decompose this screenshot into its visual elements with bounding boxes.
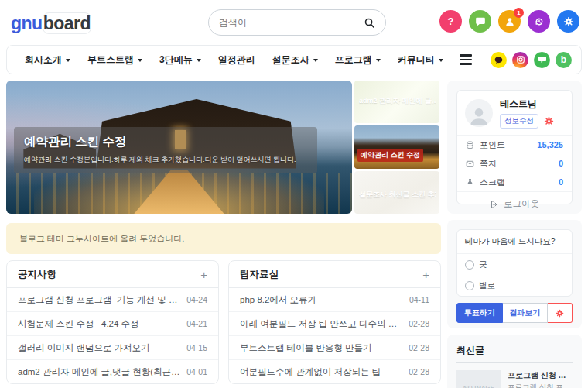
question-icon: ?	[448, 15, 454, 27]
avatar	[465, 99, 493, 127]
board-title-link[interactable]: 공지사항	[18, 268, 56, 281]
thumb-label: 설문조사 최신글 스킨 추가	[359, 190, 436, 200]
slide-description: 예약관리 스킨 수정본입니다.하루 제외 체크 추가했습니다.다운 받아 덮어쓰…	[24, 155, 307, 165]
envelope-icon	[466, 160, 474, 168]
board-header: 팁자료실 +	[229, 261, 440, 288]
post-row[interactable]: 프로그램 신청 프로그램_기능 개선 및 수정04-24	[7, 288, 218, 312]
post-row[interactable]: 갤러리 이미지 랜덤으로 가져오기04-15	[7, 336, 218, 360]
poll-question: 테마가 마음에 드시나요?	[457, 230, 572, 254]
settings-button[interactable]	[557, 10, 579, 33]
latest-post-excerpt: 프로그램 신청 프로그램_…	[508, 383, 573, 388]
carousel-thumb-3[interactable]: 설문조사 최신글 스킨 추가	[354, 171, 439, 214]
nav-item-community[interactable]: 커뮤니티	[389, 53, 452, 67]
help-button[interactable]: ?	[439, 10, 462, 33]
menu-hamburger-button[interactable]	[456, 51, 475, 67]
talk-icon[interactable]	[534, 52, 550, 68]
stat-row-points[interactable]: 포인트 15,325	[457, 136, 572, 154]
gear-icon	[556, 309, 564, 318]
stat-row-messages[interactable]: 쪽지 0	[457, 154, 572, 173]
radio-icon[interactable]	[465, 281, 474, 290]
person-icon	[504, 16, 515, 27]
points-icon	[466, 141, 474, 149]
history-button[interactable]	[528, 10, 550, 33]
latest-posts-panel: 최신글 NO IMAGE 프로그램 신청 프로그램_… 프로그램 신청 프로그램…	[447, 335, 582, 388]
post-row[interactable]: 아래 여분필드 저장 팁 안쓰고 다수의 여분필드…02-28	[229, 312, 440, 336]
chevron-down-icon	[197, 59, 201, 62]
logout-button[interactable]: 로그아웃	[457, 191, 572, 216]
post-row[interactable]: php 8.2에서 오류가04-11	[229, 288, 440, 312]
notification-badge: 1	[514, 8, 524, 18]
nav-item-program[interactable]: 프로그램	[326, 53, 389, 67]
nav-item-3depth-menu[interactable]: 3단메뉴	[151, 53, 210, 67]
thumbtack-icon	[466, 178, 474, 187]
profile-top: 테스트님 정보수정	[457, 91, 572, 136]
post-row[interactable]: 시험문제 스킨 수정_ 4.24 수정04-21	[7, 312, 218, 336]
radio-icon[interactable]	[465, 260, 474, 270]
avatar-person-icon	[467, 104, 491, 127]
search-bar	[208, 9, 386, 36]
nav-item-schedule[interactable]: 일정관리	[210, 53, 264, 67]
poll-settings-button[interactable]	[548, 303, 573, 323]
poll-result-button[interactable]: 결과보기	[503, 303, 549, 323]
poll-panel: 테마가 마음에 드시나요? 굿 별로 투표하기 결과보기	[447, 220, 582, 328]
latest-post-title: 프로그램 신청 프로그램_…	[508, 370, 573, 381]
chat-button[interactable]	[469, 10, 491, 33]
search-submit-button[interactable]	[364, 17, 375, 29]
logout-icon	[490, 200, 499, 209]
vote-button[interactable]: 투표하기	[456, 303, 503, 323]
board-notice: 공지사항 + 프로그램 신청 프로그램_기능 개선 및 수정04-24 시험문제…	[6, 260, 219, 384]
band-icon[interactable]: b	[556, 52, 572, 68]
edit-profile-button[interactable]: 정보수정	[500, 114, 538, 129]
slide-title: 예약관리 스킨 수정	[24, 134, 307, 150]
main-navbar: 회사소개 부트스트랩 3단메뉴 일정관리 설문조사 프로그램 커뮤니티 b	[6, 45, 582, 74]
post-row[interactable]: 부트스트랩 테이블 반응형 만들기02-28	[229, 336, 440, 360]
kakao-icon[interactable]	[491, 52, 507, 68]
poll-option-bad[interactable]: 별로	[457, 275, 572, 296]
board-lists: 공지사항 + 프로그램 신청 프로그램_기능 개선 및 수정04-24 시험문제…	[6, 260, 441, 384]
thumb-label: adm2 관리자 메인에 글,…	[359, 96, 436, 106]
plus-more-icon[interactable]: +	[200, 269, 207, 280]
chevron-down-icon	[439, 59, 443, 62]
history-icon	[534, 16, 545, 27]
logo-part-board: board	[43, 12, 91, 34]
profile-settings-gear-icon[interactable]	[544, 116, 554, 126]
site-logo[interactable]: gnuboard	[11, 13, 91, 34]
chevron-down-icon	[138, 59, 142, 62]
members-button[interactable]: 1	[498, 10, 521, 33]
latest-posts-title: 최신글	[456, 344, 573, 363]
thumb-label: 예약관리 스킨 수정	[357, 149, 423, 162]
slide-caption: 예약관리 스킨 수정 예약관리 스킨 수정본입니다.하루 제외 체크 추가했습니…	[14, 127, 317, 173]
stat-row-scrap[interactable]: 스크랩 0	[457, 173, 572, 191]
search-icon	[364, 17, 375, 29]
profile-name: 테스트님	[500, 98, 554, 111]
notice-bar: 블로그 테마 그누사이트에 올려 두었습니다.	[6, 223, 441, 254]
carousel-thumb-2-active[interactable]: 예약관리 스킨 수정	[354, 125, 439, 168]
logo-part-gnu: gnu	[11, 13, 43, 33]
instagram-icon[interactable]	[512, 52, 528, 68]
carousel-thumb-1[interactable]: adm2 관리자 메인에 글,…	[354, 81, 439, 123]
nav-item-bootstrap[interactable]: 부트스트랩	[79, 53, 151, 67]
nav-social-icons: b	[491, 52, 572, 68]
nav-item-survey[interactable]: 설문조사	[264, 53, 326, 67]
gear-icon	[563, 16, 574, 27]
chat-bubble-icon	[475, 16, 486, 27]
board-header: 공지사항 +	[7, 261, 218, 288]
board-title-link[interactable]: 팁자료실	[240, 268, 279, 281]
notice-link[interactable]: 블로그 테마 그누사이트에 올려 두었습니다.	[19, 233, 184, 245]
plus-more-icon[interactable]: +	[422, 269, 429, 280]
nav-item-company[interactable]: 회사소개	[16, 53, 79, 67]
board-tips: 팁자료실 + php 8.2에서 오류가04-11 아래 여분필드 저장 팁 안…	[228, 260, 441, 384]
search-input[interactable]	[219, 17, 364, 28]
post-row[interactable]: 여분필드수에 관계없이 저장되는 팁02-28	[229, 360, 440, 383]
chevron-down-icon	[376, 59, 381, 62]
latest-post-item[interactable]: NO IMAGE 프로그램 신청 프로그램_… 프로그램 신청 프로그램_… 테…	[456, 370, 573, 388]
carousel-thumbnails: adm2 관리자 메인에 글,… 예약관리 스킨 수정 설문조사 최신글 스킨 …	[354, 81, 439, 214]
poll-card: 테마가 마음에 드시나요? 굿 별로	[456, 229, 573, 297]
post-row[interactable]: adm2 관리자 메인에 글,댓글 현황(최근 1…04-01	[7, 360, 218, 383]
poll-buttons: 투표하기 결과보기	[456, 303, 573, 323]
poll-option-good[interactable]: 굿	[457, 254, 572, 275]
profile-panel: 테스트님 정보수정 포인트 15,325 쪽지 0 스크랩 0	[447, 81, 582, 214]
profile-card: 테스트님 정보수정 포인트 15,325 쪽지 0 스크랩 0	[456, 90, 573, 204]
chevron-down-icon	[66, 59, 70, 62]
carousel-slide[interactable]: 예약관리 스킨 수정 예약관리 스킨 수정본입니다.하루 제외 체크 추가했습니…	[6, 81, 352, 214]
